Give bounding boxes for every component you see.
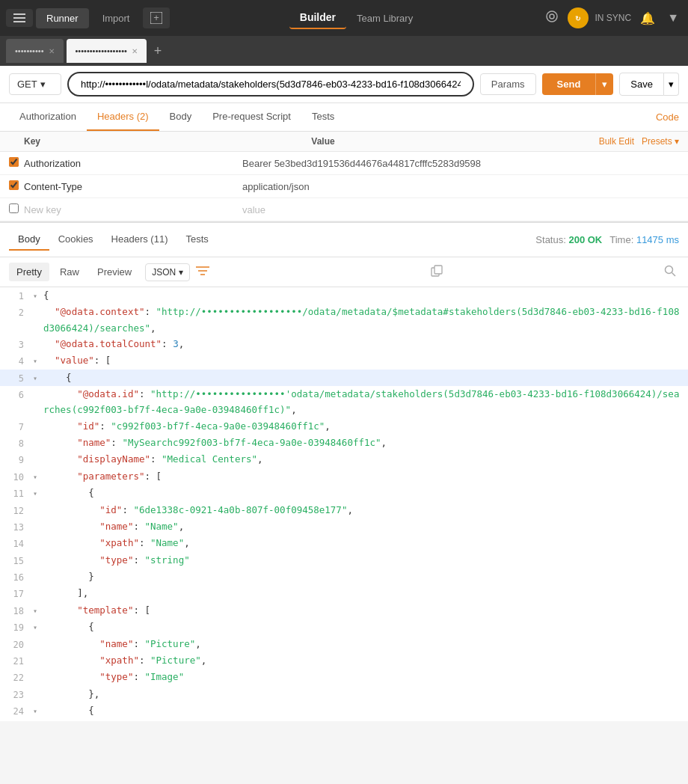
tab-pre-request[interactable]: Pre-request Script	[202, 103, 301, 131]
json-viewer: 1▾{2 "@odata.context": "http://•••••••••…	[0, 287, 688, 721]
toggle-arrow	[33, 386, 43, 388]
toggle-arrow	[33, 569, 43, 571]
sync-indicator: ↻	[568, 7, 589, 28]
toggle-arrow[interactable]: ▾	[33, 352, 43, 367]
toggle-arrow[interactable]: ▾	[33, 702, 43, 717]
resp-tab-tests[interactable]: Tests	[176, 229, 217, 251]
toggle-arrow	[33, 336, 43, 338]
params-button[interactable]: Params	[480, 73, 536, 95]
toggle-arrow[interactable]: ▾	[33, 287, 43, 302]
json-line-19: 19▾ {	[0, 619, 688, 635]
tab-headers[interactable]: Headers (2)	[87, 103, 159, 131]
toggle-arrow	[33, 451, 43, 453]
line-number: 3	[6, 336, 33, 352]
line-number: 23	[6, 686, 33, 702]
json-line-11: 11▾ {	[0, 485, 688, 501]
content-type-key: Content-Type	[24, 181, 242, 192]
request-tab-1[interactable]: •••••••••• ✕	[6, 39, 64, 63]
line-number: 20	[6, 636, 33, 652]
new-key-input[interactable]: New key	[24, 204, 242, 215]
copy-icon[interactable]	[428, 262, 446, 282]
toggle-arrow[interactable]: ▾	[33, 468, 43, 483]
raw-tab[interactable]: Raw	[52, 263, 87, 281]
settings-icon[interactable]	[542, 7, 562, 29]
tab-authorization[interactable]: Authorization	[9, 103, 87, 131]
runner-tab[interactable]: Runner	[36, 8, 89, 28]
save-button-group: Save ▾	[619, 73, 679, 96]
send-button-group: Send ▾	[542, 73, 614, 95]
json-line-24: 24▾ {	[0, 702, 688, 719]
send-button[interactable]: Send	[542, 73, 596, 95]
json-content: "template": [	[43, 602, 682, 618]
tab-label: ••••••••••	[15, 46, 44, 55]
line-number: 8	[6, 435, 33, 451]
toggle-arrow[interactable]: ▾	[33, 602, 43, 617]
toggle-arrow[interactable]: ▾	[33, 485, 43, 500]
sidebar-toggle[interactable]	[6, 9, 33, 27]
auth-checkbox[interactable]	[9, 157, 19, 167]
filter-icon[interactable]	[193, 263, 212, 282]
json-line-23: 23 },	[0, 686, 688, 702]
toggle-arrow	[33, 502, 43, 504]
line-number: 15	[6, 552, 33, 569]
tab-body[interactable]: Body	[159, 103, 203, 131]
format-selector[interactable]: JSON ▾	[145, 263, 190, 281]
new-value-input[interactable]: value	[242, 204, 679, 215]
json-line-4: 4▾ "value": [	[0, 352, 688, 369]
close-tab-icon[interactable]: ✕	[49, 47, 55, 55]
line-number: 13	[6, 518, 33, 535]
search-icon[interactable]	[661, 262, 679, 282]
code-link[interactable]: Code	[656, 111, 679, 123]
team-library-tab[interactable]: Team Library	[346, 7, 423, 29]
main-content: GET ▾ Params Send ▾ Save ▾ Authorization…	[0, 66, 688, 721]
svg-point-5	[547, 11, 557, 22]
save-button[interactable]: Save	[619, 73, 664, 96]
toggle-arrow	[33, 686, 43, 688]
json-content: {	[43, 370, 682, 385]
content-type-checkbox[interactable]	[9, 180, 19, 190]
new-row-checkbox[interactable]	[9, 203, 19, 213]
sync-label: IN SYNC	[595, 13, 631, 23]
value-column-header: Value	[311, 136, 598, 147]
json-line-16: 16 }	[0, 569, 688, 585]
import-tab[interactable]: Import	[92, 8, 141, 28]
url-input-wrapper	[67, 72, 474, 97]
json-content: {	[43, 702, 682, 718]
save-dropdown-button[interactable]: ▾	[664, 73, 679, 96]
menu-expand-icon[interactable]: ▼	[664, 8, 682, 28]
url-input[interactable]	[67, 72, 474, 97]
response-view-tabs: Pretty Raw Preview JSON ▾	[0, 257, 688, 287]
auth-key: Authorization	[24, 158, 242, 169]
resp-tab-headers[interactable]: Headers (11)	[102, 229, 177, 251]
json-content: "name": "Name",	[43, 720, 682, 721]
builder-tab[interactable]: Builder	[289, 7, 346, 29]
new-tab-icon[interactable]: +	[143, 7, 170, 28]
request-tab-2[interactable]: •••••••••••••••••• ✕	[67, 39, 147, 63]
close-tab-icon[interactable]: ✕	[132, 47, 138, 55]
toggle-arrow[interactable]: ▾	[33, 370, 43, 385]
resp-tab-body[interactable]: Body	[9, 229, 49, 251]
line-number: 17	[6, 585, 33, 601]
notification-icon[interactable]: 🔔	[637, 8, 658, 28]
bulk-edit-link[interactable]: Bulk Edit Presets ▾	[599, 136, 679, 147]
preview-tab[interactable]: Preview	[90, 263, 139, 281]
key-column-header: Key	[24, 136, 311, 147]
pretty-tab[interactable]: Pretty	[9, 263, 49, 281]
json-line-8: 8 "name": "MySearchc992f003-bf7f-4eca-9a…	[0, 435, 688, 451]
svg-rect-1	[13, 17, 25, 19]
json-content: {	[43, 287, 682, 303]
toggle-arrow	[33, 435, 43, 437]
send-dropdown-button[interactable]: ▾	[595, 73, 613, 95]
tab-tests[interactable]: Tests	[301, 103, 345, 131]
svg-text:+: +	[154, 12, 160, 23]
resp-tab-cookies[interactable]: Cookies	[49, 229, 102, 251]
toggle-arrow[interactable]: ▾	[33, 619, 43, 634]
method-selector[interactable]: GET ▾	[9, 73, 61, 95]
toggle-arrow	[33, 418, 43, 420]
line-number: 19	[6, 619, 33, 635]
content-type-value: application/json	[242, 181, 679, 192]
add-request-tab-button[interactable]: +	[150, 43, 167, 59]
nav-right: ↻ IN SYNC 🔔 ▼	[542, 7, 682, 29]
json-content: "xpath": "Name",	[43, 535, 682, 551]
json-content: ],	[43, 585, 682, 601]
